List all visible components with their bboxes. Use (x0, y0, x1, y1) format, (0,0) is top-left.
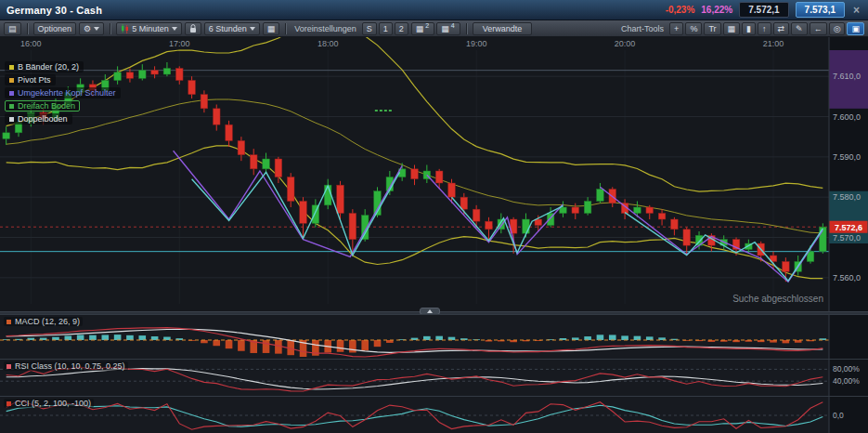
indicator-legend: B Bänder (20, 2)Pivot PtsUmgekehrte Kopf… (5, 61, 121, 125)
trading-chart-window: Germany 30 - Cash -0,23% 16,22% 7.572,1 … (0, 0, 868, 433)
macd-panel[interactable]: MACD (12, 26, 9) (0, 314, 868, 359)
candles (3, 62, 826, 282)
legend-bullet-icon (9, 78, 14, 83)
instrument-title: Germany 30 - Cash (6, 5, 102, 16)
layout-button-group: ▦2▦4 (411, 22, 460, 35)
candlestick-chart[interactable]: 16:0017:0018:0019:0020:0021:007.610,07.6… (0, 37, 868, 311)
arrow-up-icon[interactable]: ↑ (758, 22, 771, 35)
legend-item-1[interactable]: Pivot Pts (5, 74, 56, 85)
svg-text:40,00%: 40,00% (833, 376, 860, 386)
settings-gear-icon[interactable]: ⚙ (79, 22, 104, 35)
macd-label[interactable]: MACD (12, 26, 9) (4, 317, 83, 326)
title-bar: Germany 30 - Cash -0,23% 16,22% 7.572,1 … (0, 0, 868, 20)
svg-text:7.580,0: 7.580,0 (833, 192, 861, 202)
svg-text:7.572,6: 7.572,6 (835, 223, 862, 232)
layout-4-charts-button[interactable]: ▦4 (436, 22, 460, 35)
separator (466, 23, 467, 34)
search-status-text: Suche abgeschlossen (732, 294, 823, 304)
calendar-icon[interactable]: ▦ (263, 22, 280, 35)
preset-button-2[interactable]: 2 (395, 22, 408, 35)
rsi-chart[interactable]: 80,00%40,00% (0, 360, 868, 397)
text-annotation-icon[interactable]: Tr (704, 22, 720, 35)
preset-button-1[interactable]: 1 (379, 22, 393, 35)
legend-item-label: B Bänder (20, 2) (18, 62, 79, 72)
legend-item-0[interactable]: B Bänder (20, 2) (5, 61, 84, 72)
gear-glyph: ⚙ (84, 24, 91, 33)
menu-glyph: ▤ (8, 24, 17, 33)
presets-label: Voreinstellungen (291, 24, 359, 33)
separator (27, 23, 28, 34)
options-button[interactable]: Optionen (33, 22, 77, 35)
price-chart-area[interactable]: 16:0017:0018:0019:0020:0021:007.610,07.6… (0, 37, 868, 311)
options-label: Optionen (38, 24, 72, 33)
lock-icon[interactable] (185, 22, 201, 35)
legend-bullet-icon (9, 65, 14, 70)
chart-tools-group: +%Tr▦▮↑⇄✎←◎▣ (669, 22, 864, 35)
legend-item-label: Doppelboden (18, 114, 68, 124)
related-label: Verwandte (483, 24, 523, 33)
svg-text:0,0: 0,0 (833, 411, 844, 420)
chevron-down-icon (94, 27, 99, 31)
svg-text:7.610,0: 7.610,0 (833, 72, 861, 81)
macd-bullet-icon (6, 320, 11, 324)
cci-label-text: CCI (5, 2, 100, -100) (15, 399, 91, 408)
svg-text:16:00: 16:00 (20, 39, 42, 48)
undo-icon[interactable]: ← (810, 22, 827, 35)
legend-item-2[interactable]: Umgekehrte Kopf Schulter (5, 87, 121, 98)
svg-text:21:00: 21:00 (763, 39, 784, 48)
legend-bullet-icon (9, 91, 14, 96)
svg-text:20:00: 20:00 (615, 39, 636, 48)
preset-button-s[interactable]: S (362, 22, 377, 35)
cci-chart[interactable]: 0,0 (0, 397, 868, 433)
layout-count-badge: 2 (425, 22, 429, 29)
rsi-label-text: RSI Class (10, 10, 0.75, 0.25) (15, 361, 125, 371)
candlestick-icon (121, 24, 129, 33)
secondary-percent: 16,22% (701, 5, 732, 15)
crosshair-icon[interactable]: + (669, 22, 683, 35)
separator (285, 23, 286, 34)
buy-price-button[interactable]: 7.573,1 (796, 2, 845, 18)
legend-item-4[interactable]: Doppelboden (5, 113, 72, 125)
svg-text:18:00: 18:00 (317, 39, 339, 48)
legend-bullet-icon (9, 104, 14, 109)
candle-type-icon[interactable]: ▮ (742, 22, 756, 35)
range-dropdown[interactable]: 6 Stunden (204, 22, 260, 35)
lock-glyph (189, 24, 197, 33)
cci-label[interactable]: CCI (5, 2, 100, -100) (4, 399, 94, 408)
close-icon[interactable]: × (851, 4, 862, 17)
chevron-up-icon (427, 309, 433, 313)
percent-icon[interactable]: % (685, 22, 702, 35)
change-percent: -0,23% (666, 5, 695, 15)
draw-icon[interactable]: ✎ (791, 22, 808, 35)
cci-panel[interactable]: CCI (5, 2, 100, -100) 0,0 (0, 396, 868, 433)
pattern-search-icon[interactable]: ▣ (847, 22, 864, 35)
rsi-label[interactable]: RSI Class (10, 10, 0.75, 0.25) (4, 361, 128, 371)
legend-item-label: Dreifach Boden (18, 101, 75, 111)
interval-value: 5 Minuten (132, 24, 169, 33)
layout-count-badge: 4 (451, 22, 455, 29)
related-button[interactable]: Verwandte (473, 22, 533, 35)
rsi-panel[interactable]: RSI Class (10, 10, 0.75, 0.25) 80,00%40,… (0, 359, 868, 396)
macd-chart[interactable] (0, 315, 868, 360)
svg-text:17:00: 17:00 (169, 39, 190, 48)
svg-text:7.590,0: 7.590,0 (833, 152, 861, 162)
layout-grid-icon: ▦ (416, 24, 424, 33)
svg-text:80,00%: 80,00% (833, 364, 860, 374)
compare-icon[interactable]: ⇄ (773, 22, 790, 35)
chart-tools-label: Chart-Tools (618, 24, 667, 33)
layout-grid-icon: ▦ (441, 24, 449, 33)
macd-label-text: MACD (12, 26, 9) (15, 317, 80, 326)
legend-bullet-icon (9, 117, 14, 122)
sell-price-button[interactable]: 7.572,1 (739, 2, 788, 18)
svg-text:19:00: 19:00 (466, 39, 487, 48)
preset-button-group: S12 (362, 22, 408, 35)
grid-icon[interactable]: ▦ (723, 22, 741, 35)
interval-dropdown[interactable]: 5 Minuten (116, 22, 182, 35)
shapes-icon[interactable]: ◎ (829, 22, 846, 35)
layout-2-charts-button[interactable]: ▦2 (411, 22, 434, 35)
svg-text:7.600,0: 7.600,0 (833, 112, 861, 122)
rsi-bullet-icon (6, 364, 11, 369)
layout-menu-icon[interactable]: ▤ (4, 22, 21, 35)
legend-item-3[interactable]: Dreifach Boden (5, 100, 80, 112)
legend-item-label: Pivot Pts (18, 75, 51, 85)
